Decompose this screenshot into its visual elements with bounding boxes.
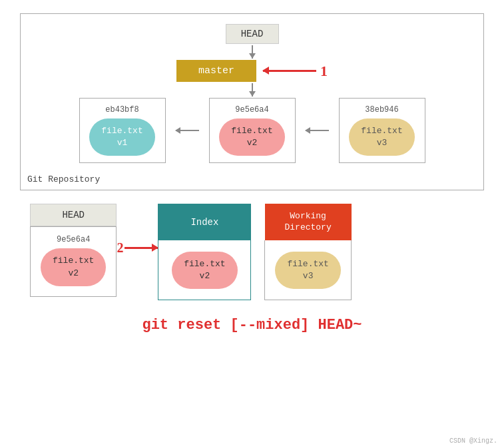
master-to-commit-arrow	[252, 83, 253, 97]
annotation2-group: 2	[117, 204, 158, 256]
blob-v2: file.txt v2	[219, 118, 284, 156]
red-arrow1	[263, 70, 316, 72]
head-row: HEAD	[34, 24, 470, 44]
bottom-head-column: HEAD 9e5e6a4 file.txt v2	[30, 204, 117, 296]
bottom-section: HEAD 9e5e6a4 file.txt v2 2 Index file.tx…	[20, 204, 484, 300]
bottom-head-label: HEAD	[30, 204, 117, 226]
head-box: HEAD	[226, 24, 279, 44]
bottom-index-box: file.txt v2	[158, 240, 251, 300]
annotation1-group: 1	[263, 63, 328, 80]
red-arrow2	[125, 247, 158, 249]
arrow-v3-to-center	[306, 130, 329, 131]
hash-v2: 9e5e6a4	[235, 105, 268, 114]
bottom-index-column: Index file.txt v2	[158, 204, 251, 300]
git-repository-section: HEAD master 1 eb43bf8 file.txt	[20, 13, 484, 190]
commit-box-v2: 9e5e6a4 file.txt v2	[209, 98, 296, 163]
bottom-index-label: Index	[158, 204, 251, 240]
commits-row: eb43bf8 file.txt v1 9e5e6a4 file.txt v2	[34, 98, 470, 163]
git-reset-label: git reset [--mixed] HEAD~	[20, 317, 484, 334]
git-repo-label: Git Repository	[27, 174, 100, 184]
head-to-master-arrow	[252, 45, 253, 59]
hash-v3: 38eb946	[365, 105, 398, 114]
csdn-watermark: CSDN @Xingz.	[449, 437, 497, 445]
bottom-wd-label: WorkingDirectory	[265, 204, 352, 240]
main-container: HEAD master 1 eb43bf8 file.txt	[0, 0, 504, 347]
master-row: master 1	[34, 60, 470, 82]
bottom-head-blob: file.txt v2	[41, 248, 106, 286]
blob-v3: file.txt v3	[349, 118, 414, 156]
commit-box-v1: eb43bf8 file.txt v1	[79, 98, 166, 163]
bottom-head-hash: 9e5e6a4	[57, 235, 90, 244]
blob-v1: file.txt v1	[89, 118, 154, 156]
commit-box-v3: 38eb946 file.txt v3	[339, 98, 425, 163]
bottom-wd-box: file.txt v3	[264, 240, 351, 300]
hash-v1: eb43bf8	[105, 105, 138, 114]
bottom-wd-blob: file.txt v3	[275, 252, 340, 289]
arrow-center-to-v1	[176, 130, 199, 131]
bottom-wd-column: WorkingDirectory file.txt v3	[264, 204, 351, 300]
annotation-2-label: 2	[117, 240, 123, 256]
bottom-index-blob: file.txt v2	[172, 252, 237, 289]
annotation-1-label: 1	[320, 63, 328, 80]
bottom-head-box: 9e5e6a4 file.txt v2	[30, 226, 117, 296]
master-box: master	[176, 60, 256, 82]
